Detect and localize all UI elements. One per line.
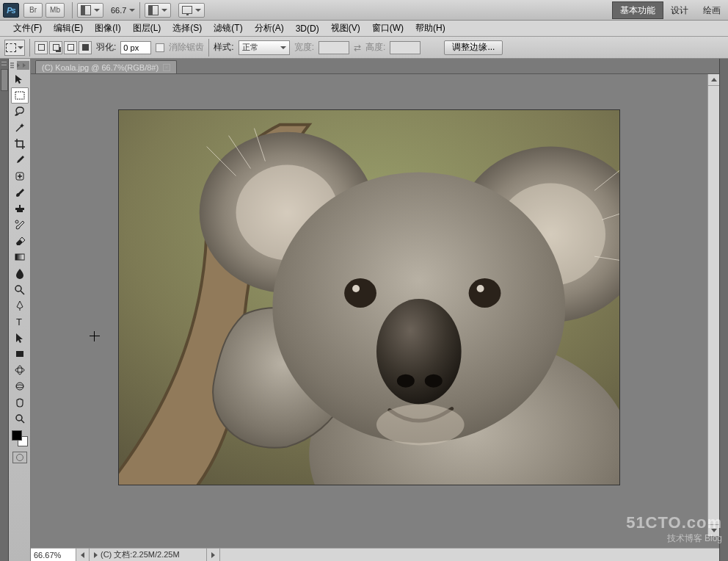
healing-brush-tool[interactable] [11,168,29,184]
chevron-down-icon [94,9,100,12]
blur-tool[interactable] [11,265,29,281]
collapsed-dock-left[interactable] [0,59,9,561]
status-zoom-input[interactable]: 66.67% [31,549,76,561]
lasso-tool[interactable] [11,104,29,120]
color-swatches[interactable] [12,430,28,446]
screen-mode-button[interactable] [178,3,205,18]
width-label: 宽度: [294,41,314,54]
minibridge-button[interactable]: Mb [46,3,65,18]
subtract-icon [68,44,74,51]
chevron-down-icon[interactable] [129,9,135,12]
selection-intersect-button[interactable] [79,41,92,54]
options-bar: 羽化: 消除锯齿 样式: 正常 宽度: ⇄ 高度: 调整边缘... [0,37,728,59]
intersect-icon [82,44,89,51]
square-icon [38,44,45,51]
chevron-down-icon [161,9,167,12]
selection-add-button[interactable] [49,41,62,54]
quick-mask-button[interactable] [12,452,27,463]
hand-tool[interactable] [11,394,29,410]
pen-tool[interactable] [11,297,29,314]
svg-text:T: T [16,316,22,327]
layout-mode-button[interactable] [145,3,171,18]
chevron-down-icon [18,46,23,49]
foreground-color-swatch[interactable] [12,430,22,441]
feather-input[interactable] [120,41,151,54]
shape-tool[interactable] [11,346,29,362]
type-tool[interactable]: T [11,314,29,330]
menu-filter[interactable]: 滤镜(T) [208,21,248,36]
zoom-level-display[interactable]: 66.7 [111,6,126,15]
workspace-painting-button[interactable]: 绘画 [696,4,728,17]
status-doc-info[interactable]: (C) 文档:2.25M/2.25M [90,549,207,561]
eyedropper-tool[interactable] [11,152,29,168]
close-icon[interactable]: × [163,64,170,71]
svg-line-17 [21,420,24,423]
status-more[interactable] [207,549,220,561]
marquee-tool[interactable] [11,87,29,104]
crosshair-cursor-icon [90,331,100,341]
bridge-button[interactable]: Br [23,3,43,18]
zoom-tool[interactable] [11,410,29,427]
chevron-right-icon [94,552,98,558]
workspace-essentials-button[interactable]: 基本功能 [612,1,663,19]
svg-line-8 [21,291,24,294]
menu-file[interactable]: 文件(F) [7,21,48,36]
svg-point-26 [352,285,360,292]
menu-3d[interactable]: 3D(D) [290,22,325,35]
chevron-up-icon [711,78,717,82]
app-topbar: Ps Br Mb 66.7 基本功能 设计 绘画 [0,0,728,21]
style-label: 样式: [214,41,233,54]
menu-view[interactable]: 视图(V) [325,21,366,36]
workspace-switcher: 基本功能 设计 绘画 [612,0,728,21]
magic-wand-tool[interactable] [11,120,29,136]
svg-point-16 [16,415,22,421]
gradient-tool[interactable] [11,249,29,265]
scroll-up-button[interactable] [708,74,719,86]
crop-tool[interactable] [11,136,29,152]
menu-select[interactable]: 选择(S) [167,21,208,36]
dock-expand-icon[interactable] [1,69,8,91]
scroll-down-button[interactable] [708,524,719,536]
svg-line-1 [16,126,22,131]
menu-image[interactable]: 图像(I) [89,21,126,36]
width-input [318,41,349,54]
height-label: 高度: [365,41,385,54]
move-tool[interactable] [11,71,29,87]
brush-tool[interactable] [11,184,29,200]
eraser-tool[interactable] [11,233,29,249]
workspace-design-button[interactable]: 设计 [663,4,696,17]
antialias-checkbox[interactable] [156,43,164,52]
collapsed-dock-right[interactable] [719,59,728,561]
chevron-right-icon [211,552,215,558]
current-tool-preset[interactable] [4,40,25,56]
menu-analysis[interactable]: 分析(A) [249,21,290,36]
selection-subtract-button[interactable] [64,41,77,54]
3d-orbit-tool[interactable] [11,378,29,394]
document-tab[interactable]: (C) Koala.jpg @ 66.7%(RGB/8#) × [35,60,177,73]
canvas-viewport[interactable] [31,73,719,548]
clone-stamp-tool[interactable] [11,200,29,217]
document-area: (C) Koala.jpg @ 66.7%(RGB/8#) × [31,59,719,561]
style-select[interactable]: 正常 [239,40,290,55]
photoshop-logo-icon: Ps [3,3,19,18]
path-selection-tool[interactable] [11,330,29,346]
menu-help[interactable]: 帮助(H) [410,21,451,36]
tools-panel-grip[interactable] [10,62,29,69]
3d-rotate-tool[interactable] [11,362,29,378]
menu-window[interactable]: 窗口(W) [366,21,410,36]
arrange-documents-button[interactable] [77,3,103,18]
status-nav[interactable] [76,549,90,561]
menu-edit[interactable]: 编辑(E) [48,21,89,36]
vertical-scrollbar[interactable] [707,74,719,536]
chevron-left-icon [81,552,84,558]
refine-edge-button[interactable]: 调整边缘... [444,40,503,55]
canvas-image[interactable] [118,109,620,485]
history-brush-tool[interactable] [11,217,29,233]
dodge-tool[interactable] [11,281,29,297]
selection-new-button[interactable] [34,41,48,54]
svg-point-31 [425,374,443,388]
svg-point-29 [376,299,462,405]
selection-boolean-group [34,41,92,54]
chevron-down-icon [280,46,286,49]
menu-layer[interactable]: 图层(L) [127,21,167,36]
